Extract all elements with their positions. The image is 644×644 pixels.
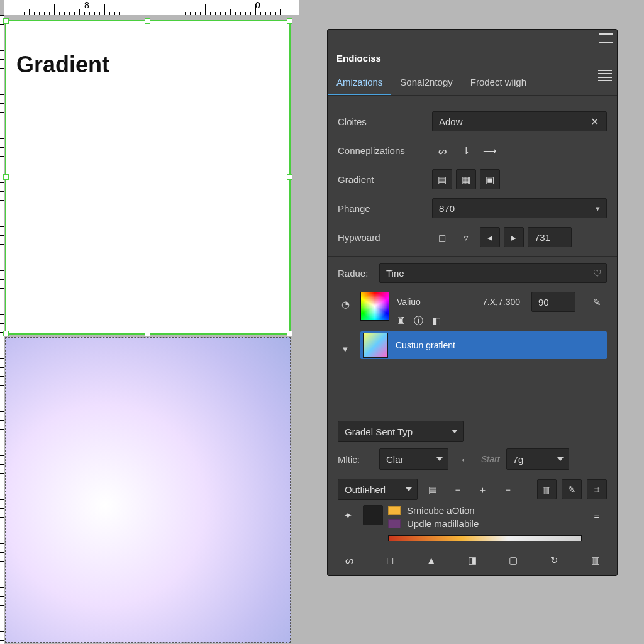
tool-plus-icon[interactable]: ＋ <box>473 479 493 499</box>
panel-collapse-icon[interactable] <box>599 33 613 43</box>
artboard-title: Gradient <box>16 52 109 78</box>
tool-a-icon[interactable]: ▤ <box>423 479 443 499</box>
gradient-preview[interactable] <box>5 337 291 643</box>
back-arrow-icon[interactable]: ← <box>455 449 475 469</box>
legend-label-a: Srnicube aOtion <box>407 505 475 516</box>
hyp-prev-icon[interactable]: ◂ <box>480 227 500 247</box>
edit-icon[interactable]: ✎ <box>587 292 607 312</box>
resize-handle[interactable] <box>287 331 292 336</box>
footer-e-icon[interactable]: ▢ <box>504 552 522 569</box>
add-stop-icon[interactable]: ✦ <box>338 505 358 525</box>
subopt-a-icon[interactable]: ♜ <box>397 316 405 325</box>
connep-mode-c-icon[interactable]: ⟶ <box>480 140 500 160</box>
tool-eyedrop-icon[interactable]: ✎ <box>562 479 582 499</box>
hyp-opt-b-icon[interactable]: ▿ <box>456 227 476 247</box>
clear-icon[interactable]: ✕ <box>587 116 602 128</box>
current-stop-swatch[interactable] <box>363 505 383 525</box>
legend: Srnicube aOtion Updle madillabile <box>388 505 582 541</box>
input-angle[interactable]: 90 <box>531 292 575 312</box>
row-outinherit: OutIінherl ▤ − ＋ − ▥ ✎ ⌗ <box>338 479 607 500</box>
legend-menu-icon[interactable]: ≡ <box>587 505 607 525</box>
tool-grid-icon[interactable]: ⌗ <box>587 479 607 499</box>
ruler-horizontal: 8 0 (function(){ const host=document.get… <box>4 0 299 15</box>
hyp-next-icon[interactable]: ▸ <box>504 227 524 247</box>
footer-g-icon[interactable]: ▥ <box>587 552 604 569</box>
label-mitic: Mltic: <box>338 454 373 465</box>
tab-sonalontogy[interactable]: Sonal2ntogy <box>391 71 461 95</box>
row-mitic: Mltic: Clar ← Start 7g <box>338 448 607 470</box>
subopt-info-icon[interactable]: ⓘ <box>414 316 423 325</box>
tool-panel-icon[interactable]: ▥ <box>537 479 557 499</box>
color-swatch[interactable] <box>360 292 389 321</box>
dropdown-send-type[interactable]: Gradel Sent Typ <box>338 421 464 442</box>
stepper-down-icon[interactable]: ▾ <box>591 199 604 218</box>
favorite-icon[interactable]: ♡ <box>593 269 601 278</box>
label-radue: Radue: <box>338 268 373 279</box>
resize-handle[interactable] <box>145 18 150 24</box>
label-gradient: Gradient <box>338 174 426 185</box>
tool-minus-icon[interactable]: − <box>448 479 468 499</box>
footer-c-icon[interactable]: ▲ <box>423 552 440 569</box>
legend-chip-a <box>388 506 401 515</box>
footer-a-icon[interactable]: ᔕ <box>340 552 358 569</box>
resize-handle[interactable] <box>3 174 9 180</box>
resize-handle[interactable] <box>287 174 292 180</box>
row-phange: Phange 870 ▾ <box>338 198 607 218</box>
input-radue[interactable]: Tine ♡ <box>379 263 607 283</box>
footer-b-icon[interactable]: ◻ <box>381 552 399 569</box>
tool-minus2-icon[interactable]: − <box>498 479 518 499</box>
dropdown-start[interactable]: 7g <box>506 448 569 470</box>
filter-icon[interactable]: ▾ <box>343 343 348 354</box>
dropdown-outinherit[interactable]: OutIінherl <box>338 479 418 500</box>
label-connep: Conneplizations <box>338 145 426 156</box>
clock-icon[interactable]: ◔ <box>341 299 350 309</box>
gradient-list-item-label: Custun gratlent <box>396 340 455 350</box>
resize-handle[interactable] <box>3 18 9 24</box>
input-cloites[interactable]: Adow ✕ <box>432 111 607 131</box>
canvas-area: 8 0 (function(){ const host=document.get… <box>0 0 302 644</box>
row-cloites: Cloites Adow ✕ <box>338 111 607 131</box>
label-hypwoard: Hypwoard <box>338 232 426 243</box>
legend-label-b: Updle madillabile <box>407 518 479 529</box>
input-hypwoard[interactable]: 731 <box>528 227 572 247</box>
ruler-vertical <box>0 15 4 644</box>
value-block: ◔ Valiuo 7.X,7.300 90 ✎ ♜ ⓘ ◧ <box>338 292 607 325</box>
tab-frodectwiigh[interactable]: Frodect wiigh <box>462 71 535 95</box>
gradient-thumb-icon <box>363 333 388 358</box>
gradient-list-item-selected[interactable]: Custun gratlent <box>360 331 607 359</box>
tab-strip: Amizations Sonal2ntogy Frodect wiigh <box>328 71 617 96</box>
resize-handle[interactable] <box>287 18 292 24</box>
row-gradient: Gradient ▤ ▦ ▣ <box>338 169 607 189</box>
label-start: Start <box>481 454 500 464</box>
connep-mode-a-icon[interactable]: ᔕ <box>432 140 452 160</box>
input-phange[interactable]: 870 ▾ <box>432 198 607 218</box>
resize-handle[interactable] <box>3 331 9 336</box>
hyp-opt-a-icon[interactable]: ◻︎ <box>432 227 452 247</box>
gradient-type-radial-icon[interactable]: ▦ <box>456 169 476 189</box>
footer-d-icon[interactable]: ◨ <box>464 552 481 569</box>
row-hypwoard: Hypwoard ◻︎ ▿ ◂ ▸ 731 <box>338 227 607 247</box>
row-radue: Radue: Tine ♡ <box>338 263 607 283</box>
panel-footer: ᔕ ◻ ▲ ◨ ▢ ↻ ▥ <box>328 548 617 572</box>
legend-chip-b <box>388 519 401 528</box>
value-coords: 7.X,7.300 <box>482 297 520 307</box>
subopt-c-icon[interactable]: ◧ <box>432 316 441 325</box>
properties-panel: Endiociss Amizations Sonal2ntogy Frodect… <box>327 29 618 576</box>
artboard-selected[interactable]: Gradient <box>5 20 291 335</box>
label-cloites: Cloites <box>338 116 426 127</box>
dropdown-mitic[interactable]: Clar <box>379 448 448 470</box>
panel-title-tab[interactable]: Endiociss <box>328 47 390 71</box>
footer-refresh-icon[interactable]: ↻ <box>546 552 564 569</box>
tab-amizations[interactable]: Amizations <box>328 71 391 95</box>
value-title: Valiuo <box>397 297 471 307</box>
gradient-type-freeform-icon[interactable]: ▣ <box>480 169 500 189</box>
gradient-type-linear-icon[interactable]: ▤ <box>432 169 452 189</box>
resize-handle[interactable] <box>145 331 150 336</box>
connep-mode-b-icon[interactable]: ⇂ <box>456 140 476 160</box>
label-phange: Phange <box>338 203 426 214</box>
row-conneplizations: Conneplizations ᔕ ⇂ ⟶ <box>338 140 607 160</box>
